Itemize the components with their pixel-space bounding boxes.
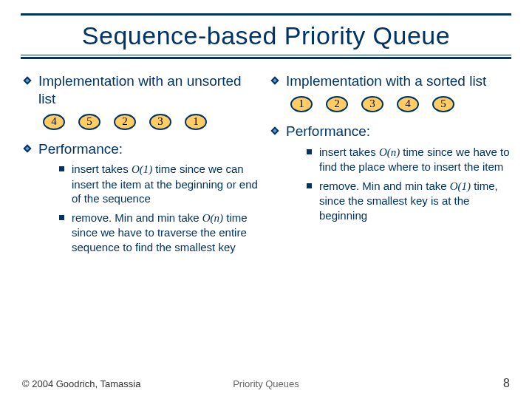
slide-title: Sequence-based Priority Queue bbox=[0, 21, 532, 50]
slide: Sequence-based Priority Queue Implementa… bbox=[0, 0, 532, 399]
perf-item: remove. Min and min take O(n) time since… bbox=[59, 211, 262, 255]
perf-text: remove. Min and min take O(n) time since… bbox=[72, 211, 262, 255]
perf-pre: remove. Min and min take bbox=[319, 180, 450, 192]
list-node: 1 bbox=[290, 96, 313, 112]
list-node: 3 bbox=[361, 96, 383, 112]
content-columns: Implementation with an unsorted list 4 5… bbox=[0, 59, 532, 259]
perf-bigO: O(1) bbox=[450, 180, 471, 192]
list-node: 4 bbox=[43, 114, 65, 130]
footer: © 2004 Goodrich, Tamassia Priority Queue… bbox=[0, 377, 532, 390]
left-perf-heading-row: Performance: bbox=[22, 140, 262, 158]
right-heading: Implementation with a sorted list bbox=[286, 72, 486, 90]
list-node: 4 bbox=[397, 96, 419, 112]
rule-top bbox=[21, 13, 511, 16]
list-node: 2 bbox=[114, 114, 136, 130]
list-node: 5 bbox=[432, 96, 454, 112]
perf-bigO: O(n) bbox=[202, 212, 223, 224]
list-node: 1 bbox=[185, 114, 207, 130]
left-nodes: 4 5 2 3 1 bbox=[43, 114, 262, 130]
perf-pre: insert takes bbox=[319, 146, 379, 158]
list-node: 2 bbox=[326, 96, 348, 112]
perf-item: remove. Min and min take O(1) time, sinc… bbox=[307, 179, 510, 223]
right-column: Implementation with a sorted list 1 2 3 … bbox=[270, 72, 510, 259]
perf-pre: insert takes bbox=[72, 163, 132, 175]
square-bullet-icon bbox=[59, 166, 64, 171]
left-heading-row: Implementation with an unsorted list bbox=[22, 72, 262, 108]
footer-title: Priority Queues bbox=[0, 378, 532, 389]
perf-bigO: O(1) bbox=[132, 163, 152, 175]
perf-text: remove. Min and min take O(1) time, sinc… bbox=[319, 179, 510, 223]
right-nodes: 1 2 3 4 5 bbox=[290, 96, 510, 112]
right-perf-list: insert takes O(n) time since we have to … bbox=[307, 145, 510, 223]
perf-item: insert takes O(n) time since we have to … bbox=[307, 145, 510, 174]
square-bullet-icon bbox=[59, 215, 64, 220]
left-heading: Implementation with an unsorted list bbox=[38, 72, 262, 108]
list-node: 3 bbox=[149, 114, 171, 130]
square-bullet-icon bbox=[307, 183, 312, 188]
perf-pre: remove. Min and min take bbox=[72, 211, 202, 224]
perf-text: insert takes O(1) time since we can inse… bbox=[72, 162, 262, 206]
rule-thin-1 bbox=[21, 55, 511, 55]
perf-text: insert takes O(n) time since we have to … bbox=[319, 145, 510, 174]
diamond-icon bbox=[270, 75, 280, 86]
perf-item: insert takes O(1) time since we can inse… bbox=[59, 162, 262, 206]
list-node: 5 bbox=[78, 114, 100, 130]
perf-bigO: O(n) bbox=[379, 146, 400, 158]
right-heading-row: Implementation with a sorted list bbox=[270, 72, 510, 90]
left-perf-heading: Performance: bbox=[38, 140, 123, 158]
diamond-icon bbox=[270, 126, 280, 136]
right-perf-heading: Performance: bbox=[286, 123, 370, 140]
right-perf-heading-row: Performance: bbox=[270, 123, 510, 140]
diamond-icon bbox=[22, 143, 33, 154]
left-perf-list: insert takes O(1) time since we can inse… bbox=[59, 162, 262, 254]
left-column: Implementation with an unsorted list 4 5… bbox=[22, 72, 262, 259]
diamond-icon bbox=[22, 75, 33, 86]
square-bullet-icon bbox=[307, 149, 312, 154]
